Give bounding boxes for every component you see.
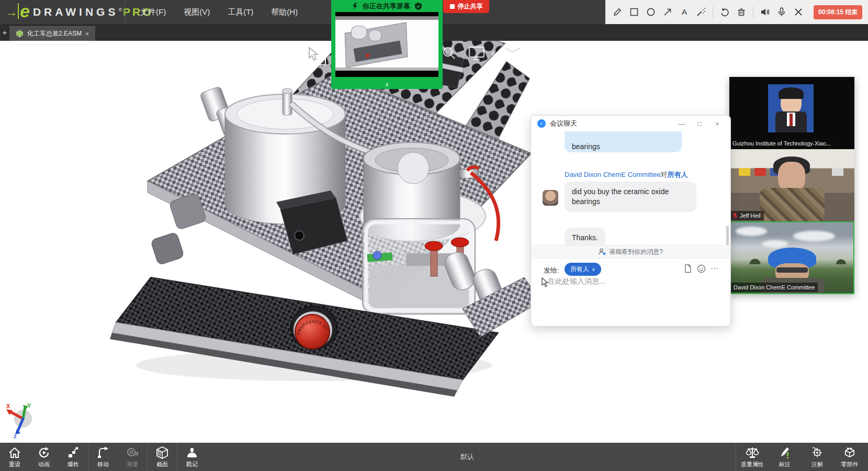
share-banner: 你正在共享屏幕 bbox=[331, 0, 443, 12]
isometric-cube-icon[interactable] bbox=[538, 45, 556, 63]
video-tile-participant-1[interactable]: Guizhou Institute of Technology-Xiao... bbox=[729, 77, 854, 149]
maximize-icon[interactable]: □ bbox=[693, 120, 706, 128]
menu-view[interactable]: 视图(V) bbox=[175, 0, 219, 24]
flag-decoration bbox=[832, 168, 843, 176]
chat-sender-row: David Dixon ChemE Committee对所有人 bbox=[565, 170, 688, 180]
attach-file-icon[interactable] bbox=[684, 264, 692, 273]
chat-scrollbar[interactable] bbox=[726, 226, 729, 245]
chat-bubble-peer: did you buy the ceramic oxide bearings bbox=[565, 182, 696, 212]
flag-decoration bbox=[739, 168, 750, 176]
text-tool-icon[interactable]: A bbox=[678, 5, 691, 19]
menu-file[interactable]: 文件(F) bbox=[131, 0, 175, 24]
profile-photo bbox=[768, 84, 814, 132]
participant-name-label: David Dixon ChemE Committee bbox=[730, 283, 818, 292]
divider bbox=[125, 0, 125, 24]
annotation-target-icon bbox=[810, 446, 824, 459]
annotations-button[interactable]: 注解 bbox=[801, 443, 833, 471]
close-toolbar-icon[interactable] bbox=[792, 5, 805, 19]
microphone-icon[interactable] bbox=[775, 5, 788, 19]
avatar bbox=[543, 190, 558, 206]
mic-muted-icon bbox=[732, 212, 738, 219]
flag-decoration bbox=[754, 168, 766, 176]
stop-share-button[interactable]: 停止共享 bbox=[443, 0, 489, 13]
new-tab-button[interactable]: + bbox=[0, 24, 9, 41]
components-button[interactable]: 零部件 bbox=[833, 443, 866, 471]
svg-text:A: A bbox=[682, 7, 687, 16]
svg-text:Z: Z bbox=[14, 434, 17, 439]
caret-down-icon[interactable]: ∨ bbox=[491, 50, 495, 57]
reset-button[interactable]: 重设 bbox=[0, 443, 29, 471]
chat-title: 会议聊天 bbox=[550, 119, 671, 128]
configuration-name[interactable]: 默认 bbox=[460, 443, 474, 471]
mass-properties-button[interactable]: 质量属性 bbox=[736, 443, 769, 471]
viewer-toolbar: 重设 动画 爆炸 移动 bbox=[0, 443, 868, 471]
screen-share-widget: 你正在共享屏幕 ∧ bbox=[331, 0, 443, 89]
explode-steps-icon bbox=[66, 446, 80, 459]
spotlight-tool-icon[interactable] bbox=[694, 5, 708, 19]
edrawings-logo: → e DRAWINGS ® PRO bbox=[0, 3, 125, 21]
video-tile-participant-3[interactable]: David Dixon ChemE Committee bbox=[729, 221, 854, 294]
move-button[interactable]: 移动 bbox=[88, 443, 118, 471]
tab-active-document[interactable]: 化工车总装2.EASM × bbox=[9, 26, 95, 41]
mouse-pointer-icon bbox=[307, 47, 320, 61]
markup-button[interactable]: 标注 bbox=[769, 443, 801, 471]
menu-help[interactable]: 帮助(H) bbox=[262, 0, 307, 24]
tab-title: 化工车总装2.EASM bbox=[27, 29, 82, 38]
animate-button[interactable]: 动画 bbox=[29, 443, 59, 471]
divider bbox=[713, 6, 713, 18]
chat-bubble-peer: Thanks. bbox=[565, 228, 605, 245]
logo-e: e bbox=[18, 3, 30, 19]
chat-privacy-note[interactable]: 谁能看到你的消息? bbox=[531, 245, 730, 259]
share-collapse-button[interactable]: ∧ bbox=[331, 81, 443, 89]
arrow-tool-icon[interactable] bbox=[661, 5, 674, 19]
chat-title-bar[interactable]: ✓ 会议聊天 — □ × bbox=[531, 116, 730, 131]
ellipse-tool-icon[interactable] bbox=[644, 5, 658, 19]
meeting-chat-window: ✓ 会议聊天 — □ × bearings David Dixon ChemE … bbox=[531, 115, 731, 327]
cursor-highlight-box bbox=[301, 42, 326, 65]
participant-name-label: Jeff Heil bbox=[729, 211, 764, 220]
markup-pencil-icon bbox=[778, 446, 792, 459]
pen-tool-icon[interactable] bbox=[611, 5, 624, 19]
caret-down-icon[interactable]: ∨ bbox=[560, 50, 564, 57]
chat-message-input[interactable] bbox=[548, 277, 715, 285]
measure-button: 测量 bbox=[118, 443, 147, 471]
logo-arrow-icon: → bbox=[5, 5, 17, 19]
home-icon bbox=[8, 446, 21, 459]
emoji-icon[interactable] bbox=[697, 264, 706, 273]
stop-square-icon bbox=[450, 4, 455, 9]
more-options-icon[interactable]: ⋯ bbox=[711, 264, 719, 273]
close-icon[interactable]: × bbox=[711, 120, 724, 128]
chat-compose-area: 发给: 所有人 ∨ ⋯ bbox=[531, 259, 730, 327]
menu-tools[interactable]: 工具(T) bbox=[219, 0, 262, 24]
meeting-annotation-toolbar: A 00:08:15 结束 bbox=[605, 0, 868, 24]
screen-view-icon[interactable] bbox=[467, 45, 486, 62]
shared-screen-thumbnail bbox=[335, 12, 438, 77]
brick-icon bbox=[843, 446, 856, 459]
mini-screen-preview bbox=[335, 16, 438, 71]
stamp-icon bbox=[185, 446, 199, 459]
chat-bubble-own: bearings bbox=[565, 131, 682, 152]
minimize-icon[interactable]: — bbox=[675, 120, 689, 128]
explode-button[interactable]: 爆炸 bbox=[59, 443, 88, 471]
svg-text:X: X bbox=[6, 403, 10, 409]
tape-measure-icon bbox=[126, 446, 139, 459]
tab-close-icon[interactable]: × bbox=[85, 30, 89, 38]
recipient-dropdown[interactable]: 所有人 ∨ bbox=[565, 263, 601, 276]
section-button[interactable]: 截面 bbox=[148, 443, 177, 471]
participant-video-panel: Guizhou Institute of Technology-Xiao... … bbox=[729, 77, 854, 294]
meeting-timer-end-button[interactable]: 00:08:15 结束 bbox=[814, 5, 862, 19]
stamp-button[interactable]: 戳记 bbox=[177, 443, 207, 471]
package-icon[interactable] bbox=[503, 43, 522, 62]
clear-trash-icon[interactable] bbox=[735, 5, 748, 19]
application-window: EMERGENCY STOP ∨ ∨ bbox=[0, 0, 868, 471]
speaker-icon[interactable] bbox=[758, 5, 772, 19]
chat-message-list[interactable]: bearings David Dixon ChemE Committee对所有人… bbox=[531, 131, 730, 245]
zoom-icon[interactable] bbox=[441, 45, 457, 62]
logo-name: DRAWINGS bbox=[33, 6, 119, 18]
undo-icon[interactable] bbox=[718, 5, 731, 19]
caret-down-icon: ∨ bbox=[592, 267, 595, 272]
rectangle-tool-icon[interactable] bbox=[627, 5, 641, 19]
person-icon bbox=[599, 248, 606, 255]
video-tile-participant-2[interactable]: Jeff Heil bbox=[729, 149, 854, 221]
shield-check-icon bbox=[415, 3, 422, 10]
